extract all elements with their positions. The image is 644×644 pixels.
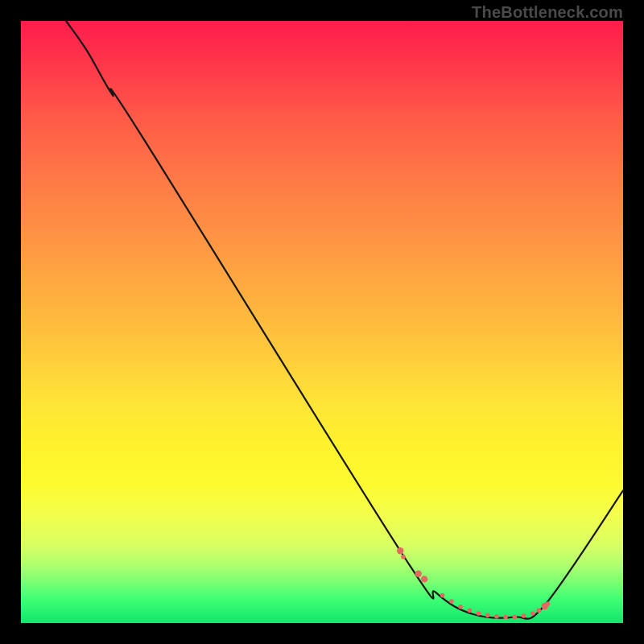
marker-point: [503, 615, 508, 620]
marker-point: [458, 605, 463, 609]
plot-area: [21, 21, 623, 623]
marker-point: [440, 593, 445, 598]
marker-point: [494, 614, 499, 619]
marker-point: [467, 608, 472, 613]
marker-point: [449, 599, 454, 604]
marker-point: [477, 611, 481, 616]
curve-line: [66, 21, 623, 619]
marker-point: [536, 608, 541, 613]
marker-point: [485, 613, 490, 617]
marker-point: [401, 555, 406, 559]
chart-frame: TheBottleneck.com: [0, 0, 644, 644]
marker-point: [513, 615, 518, 620]
attribution-text: TheBottleneck.com: [472, 3, 623, 22]
marker-point: [397, 547, 403, 554]
marker-point: [415, 570, 421, 576]
marker-point: [522, 613, 526, 618]
marker-point: [530, 611, 535, 616]
marker-point: [546, 601, 551, 606]
marker-point: [421, 576, 427, 582]
marker-layer: [397, 547, 550, 619]
chart-svg: [21, 21, 623, 623]
